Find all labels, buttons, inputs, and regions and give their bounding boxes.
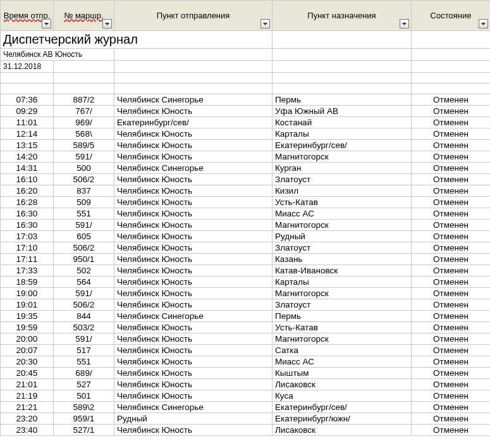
- filter-button-destination[interactable]: [400, 19, 409, 28]
- cell-status: Отменен: [412, 140, 491, 151]
- cell-destination: Карталы: [273, 128, 412, 140]
- filter-button-route[interactable]: [102, 19, 112, 28]
- chevron-down-icon: [44, 23, 49, 25]
- cell-time: 14:20: [1, 151, 54, 163]
- header-time: Время отпр.: [1, 1, 54, 31]
- column-headers: Время отпр. № маршр. Пункт отправления П…: [1, 1, 491, 31]
- cell-status: Отменен: [412, 128, 491, 140]
- cell-status: Отменен: [412, 345, 491, 356]
- cell-departure: Рудный: [114, 413, 273, 425]
- cell-route: 527: [54, 379, 114, 390]
- cell-time: 21:01: [1, 379, 54, 390]
- cell-departure: Челябинск Юность: [114, 356, 273, 368]
- svg-marker-4: [481, 23, 486, 25]
- table-row: 18:59564Челябинск ЮностьКарталыОтменен: [1, 277, 491, 288]
- cell-route: 506/2: [54, 174, 114, 185]
- table-row: 16:10506/2Челябинск ЮностьЗлатоустОтмене…: [1, 174, 491, 185]
- cell-time: 19:35: [1, 311, 54, 322]
- table-row: 21:01527Челябинск ЮностьЛисаковскОтменен: [1, 379, 491, 390]
- svg-marker-1: [105, 23, 109, 25]
- cell-destination: Пермь: [273, 94, 412, 106]
- cell-departure: Челябинск Юность: [114, 288, 273, 299]
- cell-time: 17:03: [1, 231, 54, 242]
- table-row: 16:20837Челябинск ЮностьКизилОтменен: [1, 185, 491, 197]
- cell-status: Отменен: [412, 322, 491, 333]
- cell-destination: Кыштым: [273, 368, 412, 379]
- cell-destination: Куса: [273, 390, 412, 402]
- cell-departure: Челябинск Юность: [114, 231, 273, 242]
- cell-time: 16:10: [1, 174, 54, 185]
- cell-time: 11:01: [1, 117, 54, 128]
- cell-destination: Курган: [273, 163, 412, 174]
- cell-destination: Миасс АС: [273, 356, 412, 368]
- table-row: 17:33502Челябинск ЮностьКатав-ИвановскОт…: [1, 265, 491, 277]
- header-route: № маршр.: [54, 1, 114, 31]
- cell-route: 506/2: [54, 299, 114, 311]
- filter-button-status[interactable]: [479, 19, 488, 28]
- cell-departure: Челябинск Синегорье: [114, 402, 273, 413]
- cell-status: Отменен: [412, 356, 491, 368]
- cell-status: Отменен: [412, 379, 491, 390]
- cell-route: 500: [54, 163, 114, 174]
- cell-status: Отменен: [412, 299, 491, 311]
- table-row: 19:00591/Челябинск ЮностьМагнитогорскОтм…: [1, 288, 491, 299]
- cell-time: 23:20: [1, 413, 54, 425]
- cell-departure: Челябинск Юность: [114, 197, 273, 208]
- header-destination-label: Пункт назначения: [307, 11, 376, 20]
- cell-departure: Челябинск Синегорье: [114, 311, 273, 322]
- cell-time: 20:45: [1, 368, 54, 379]
- cell-time: 23:40: [1, 425, 54, 436]
- cell-status: Отменен: [412, 311, 491, 322]
- header-status: Состояние: [412, 1, 491, 31]
- cell-route: 589/5: [54, 140, 114, 151]
- cell-departure: Челябинск Синегорье: [114, 163, 273, 174]
- cell-time: 16:30: [1, 208, 54, 220]
- cell-status: Отменен: [412, 265, 491, 277]
- table-row: 13:15589/5Челябинск ЮностьЕкатеринбург/с…: [1, 140, 491, 151]
- cell-route: 506/2: [54, 242, 114, 254]
- table-row: 17:10506/2Челябинск ЮностьЗлатоустОтмене…: [1, 242, 491, 254]
- cell-route: 605: [54, 231, 114, 242]
- table-row: 17:03605Челябинск ЮностьРудныйОтменен: [1, 231, 491, 242]
- cell-departure: Челябинск Юность: [114, 185, 273, 197]
- cell-route: 950/1: [54, 254, 114, 265]
- cell-destination: Усть-Катав: [273, 197, 412, 208]
- cell-route: 837: [54, 185, 114, 197]
- table-row: 14:20591/Челябинск ЮностьМагнитогорскОтм…: [1, 151, 491, 163]
- cell-time: 16:30: [1, 220, 54, 231]
- cell-departure: Челябинск Юность: [114, 220, 273, 231]
- cell-destination: Катав-Ивановск: [273, 265, 412, 277]
- cell-departure: Челябинск Юность: [114, 379, 273, 390]
- chevron-down-icon: [402, 23, 407, 25]
- cell-route: 568\: [54, 128, 114, 140]
- header-departure: Пункт отправления: [114, 1, 273, 31]
- cell-status: Отменен: [412, 117, 491, 128]
- cell-departure: Челябинск Юность: [114, 106, 273, 117]
- cell-status: Отменен: [412, 425, 491, 436]
- cell-time: 21:21: [1, 402, 54, 413]
- cell-status: Отменен: [412, 94, 491, 106]
- chevron-down-icon: [263, 23, 267, 25]
- cell-route: 591/: [54, 288, 114, 299]
- cell-departure: Челябинск Юность: [114, 265, 273, 277]
- cell-destination: Усть-Катав: [273, 322, 412, 333]
- header-status-label: Состояние: [431, 11, 472, 20]
- cell-departure: Челябинск Юность: [114, 322, 273, 333]
- cell-time: 13:15: [1, 140, 54, 151]
- cell-departure: Челябинск Синегорье: [114, 94, 273, 106]
- cell-destination: Казань: [273, 254, 412, 265]
- cell-status: Отменен: [412, 277, 491, 288]
- table-row: 19:59503/2Челябинск ЮностьУсть-КатавОтме…: [1, 322, 491, 333]
- chevron-down-icon: [481, 23, 486, 25]
- cell-route: 887/2: [54, 94, 114, 106]
- cell-time: 19:00: [1, 288, 54, 299]
- cell-status: Отменен: [412, 333, 491, 345]
- cell-destination: Пермь: [273, 311, 412, 322]
- cell-departure: Челябинск Юность: [114, 208, 273, 220]
- filter-button-time[interactable]: [42, 19, 51, 28]
- cell-status: Отменен: [412, 254, 491, 265]
- filter-button-departure[interactable]: [260, 19, 270, 28]
- cell-departure: Челябинск Юность: [114, 140, 273, 151]
- cell-route: 551: [54, 208, 114, 220]
- cell-time: 20:07: [1, 345, 54, 356]
